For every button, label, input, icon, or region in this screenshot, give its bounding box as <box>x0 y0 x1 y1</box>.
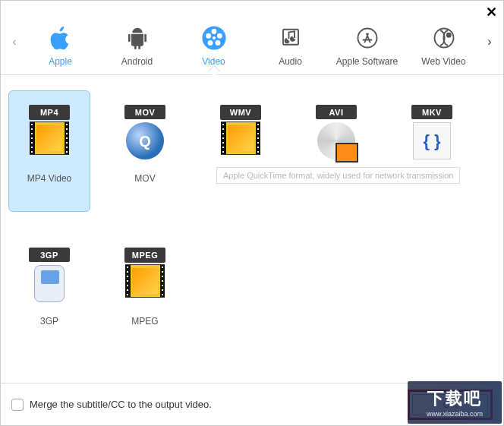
tab-label: Web Video <box>421 56 465 67</box>
checkbox-label: Merge the subtitle/CC to the output vide… <box>30 399 212 410</box>
android-icon <box>124 24 151 52</box>
scroll-left-arrow[interactable]: ‹ <box>7 35 22 49</box>
format-avi[interactable]: AVI AVI <box>295 90 377 212</box>
phone-icon <box>34 265 65 302</box>
quicktime-icon <box>126 122 164 159</box>
format-badge: WMV <box>220 105 261 120</box>
tab-web-video[interactable]: Web Video <box>410 24 478 74</box>
tab-label: Android <box>121 56 153 67</box>
filmstrip-icon <box>30 121 69 155</box>
tab-apple[interactable]: Apple <box>27 24 95 74</box>
format-badge: MPEG <box>124 248 165 263</box>
tab-label: Apple <box>49 56 72 67</box>
svg-point-3 <box>215 40 220 46</box>
svg-point-4 <box>207 40 213 46</box>
tab-label: Video <box>202 56 225 67</box>
app-store-icon <box>354 24 381 52</box>
tab-apple-software[interactable]: Apple Software <box>333 24 402 74</box>
svg-point-5 <box>206 33 211 39</box>
merge-subtitle-checkbox[interactable]: Merge the subtitle/CC to the output vide… <box>11 399 212 411</box>
format-mkv[interactable]: MKV MKV <box>391 90 473 212</box>
format-thumbnail: 3GP <box>25 248 74 302</box>
format-badge: MP4 <box>29 105 70 120</box>
format-badge: MKV <box>411 105 452 119</box>
tab-video[interactable]: Video <box>180 24 248 74</box>
category-tabs: Apple Android Video Audio <box>22 8 482 74</box>
svg-point-1 <box>211 29 216 34</box>
ok-highlight-box: OK <box>408 390 493 420</box>
format-thumbnail: MKV <box>408 105 456 159</box>
matroska-icon <box>413 122 451 159</box>
music-note-icon <box>277 24 304 52</box>
scroll-right-arrow[interactable]: › <box>482 35 497 49</box>
format-mp4[interactable]: MP4 MP4 Video <box>8 90 90 212</box>
svg-point-6 <box>213 36 216 39</box>
svg-point-8 <box>358 29 376 48</box>
format-label: MP4 Video <box>27 173 71 184</box>
format-mpeg[interactable]: MPEG MPEG <box>104 233 186 355</box>
format-label: MOV <box>134 173 155 184</box>
format-wmv[interactable]: WMV WMV <box>200 90 282 212</box>
format-badge: AVI <box>316 105 357 119</box>
format-grid: MP4 MP4 Video MOV MOV WMV WMV AVI <box>1 75 503 362</box>
format-thumbnail: MPEG <box>121 248 169 302</box>
tab-audio[interactable]: Audio <box>257 24 325 74</box>
video-reel-icon <box>200 24 228 52</box>
format-thumbnail: AVI <box>312 105 361 159</box>
svg-point-10 <box>446 33 450 37</box>
format-3gp[interactable]: 3GP 3GP <box>8 233 90 355</box>
dialog-window: ✕ ‹ Apple Android Video <box>0 0 504 426</box>
web-video-icon <box>430 24 458 52</box>
format-thumbnail: MOV <box>121 105 169 159</box>
footer-bar: Merge the subtitle/CC to the output vide… <box>1 383 503 425</box>
format-mov[interactable]: MOV MOV <box>104 90 186 212</box>
checkbox-box <box>11 399 24 411</box>
tab-android[interactable]: Android <box>103 24 172 74</box>
tab-label: Audio <box>279 56 302 67</box>
filmstrip-icon <box>125 264 165 298</box>
format-thumbnail: WMV <box>216 105 265 159</box>
format-thumbnail: MP4 <box>25 105 74 159</box>
format-badge: 3GP <box>29 248 70 262</box>
category-tabs-bar: ‹ Apple Android Video <box>1 1 503 75</box>
format-badge: MOV <box>124 105 165 119</box>
tab-label: Apple Software <box>336 56 398 67</box>
format-tooltip: Apple QuickTime format, widely used for … <box>216 167 460 184</box>
format-label: MPEG <box>131 316 158 327</box>
close-icon[interactable]: ✕ <box>486 4 497 21</box>
format-label: 3GP <box>40 316 58 327</box>
disc-icon <box>317 122 355 159</box>
apple-icon <box>47 24 74 52</box>
svg-point-2 <box>216 33 222 39</box>
ok-button[interactable]: OK <box>412 394 488 415</box>
filmstrip-icon <box>221 121 260 155</box>
